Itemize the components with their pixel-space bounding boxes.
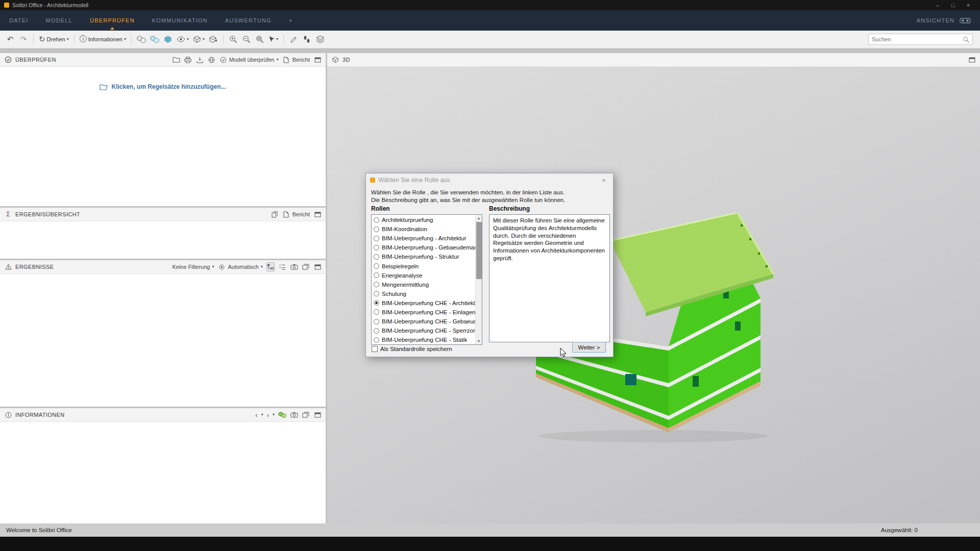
zoom-window-icon[interactable]: [254, 33, 266, 46]
scrollbar[interactable]: ▲ ▼: [475, 215, 482, 344]
print-icon[interactable]: [184, 55, 192, 64]
maximize-panel-icon[interactable]: [968, 55, 976, 64]
export-icon[interactable]: [195, 55, 204, 64]
info-mode-dropdown[interactable]: ⓘ Informationen ▾: [78, 33, 128, 46]
gallery-icon[interactable]: [302, 410, 310, 419]
menu-auswertung[interactable]: AUSWERTUNG: [225, 10, 272, 31]
role-option[interactable]: BIM-Ueberpruefung CHE - Statik: [372, 335, 475, 344]
search-input[interactable]: [872, 36, 961, 42]
views-goggles-icon[interactable]: [960, 17, 971, 24]
close-button[interactable]: ×: [961, 0, 976, 10]
chevron-down-icon: ▾: [187, 37, 189, 41]
maximize-panel-icon[interactable]: [313, 262, 322, 271]
bericht-button[interactable]: Bericht: [282, 210, 310, 219]
minimize-button[interactable]: –: [930, 0, 945, 10]
redo-button[interactable]: ↷: [17, 33, 30, 46]
scroll-down-icon[interactable]: ▼: [476, 338, 482, 344]
auto-mode-dropdown[interactable]: Automatisch ▾: [217, 262, 263, 271]
filter-dropdown[interactable]: Keine Filterung ▾: [172, 264, 214, 270]
zoom-out-icon[interactable]: [240, 33, 253, 46]
role-option[interactable]: BIM-Ueberpruefung - Gebaeudemanagement: [372, 243, 475, 252]
rotate-mode-dropdown[interactable]: ↻ Drehen ▾: [37, 33, 70, 46]
markup-pen-icon[interactable]: [287, 33, 300, 46]
chevron-down-icon[interactable]: ▾: [261, 413, 263, 417]
next-button[interactable]: ›: [267, 412, 269, 418]
role-option[interactable]: BIM-Ueberpruefung - Architektur: [372, 234, 475, 243]
camera-icon[interactable]: [290, 262, 298, 271]
components-highlight-icon[interactable]: [149, 33, 161, 46]
role-option[interactable]: Schulung: [372, 289, 475, 298]
role-option[interactable]: BIM-Ueberpruefung CHE - Gebaeudetechnik: [372, 317, 475, 326]
role-option[interactable]: Architekturpruefung: [372, 215, 475, 224]
gallery-icon[interactable]: [302, 262, 310, 271]
menu-add-tab[interactable]: +: [289, 10, 293, 31]
copy-report-icon[interactable]: [271, 210, 279, 219]
open-folder-icon[interactable]: [172, 55, 180, 64]
result-summary-area: [0, 221, 326, 259]
selection-box-icon[interactable]: [162, 33, 174, 46]
menu-kommunikation[interactable]: KOMMUNIKATION: [152, 10, 208, 31]
dialog-close-button[interactable]: ×: [599, 177, 609, 184]
maximize-panel-icon[interactable]: [313, 410, 322, 419]
menu-modell[interactable]: MODELL: [46, 10, 72, 31]
results-area: [0, 274, 326, 407]
weiter-button[interactable]: Weiter >: [572, 342, 606, 353]
model-check-dropdown[interactable]: Modell überprüfen ▾: [219, 55, 279, 64]
menu-datei[interactable]: DATEI: [9, 10, 29, 31]
scroll-thumb[interactable]: [476, 222, 482, 279]
undo-button[interactable]: ↶: [4, 33, 16, 46]
layers-icon[interactable]: [314, 33, 326, 46]
highlight-components-icon[interactable]: [278, 410, 286, 419]
default-role-checkbox-row[interactable]: Als Standardrolle speichern: [372, 346, 452, 352]
panel-title: ERGEBNISSE: [15, 264, 54, 270]
role-option[interactable]: Mengenermittlung: [372, 280, 475, 289]
maximize-panel-icon[interactable]: [313, 210, 322, 219]
footprints-icon[interactable]: [301, 33, 313, 46]
role-option[interactable]: BIM-Koordination: [372, 224, 475, 234]
zoom-in-icon[interactable]: [227, 33, 239, 46]
main-toolbar: ↶ ↷ ↻ Drehen ▾ ⓘ Informationen ▾ ▾: [0, 31, 980, 48]
prev-button[interactable]: ‹: [255, 412, 257, 418]
radio-icon: [374, 309, 379, 315]
panel-ergebnisuebersicht: Σ ERGEBNISÜBERSICHT Bericht: [0, 208, 326, 259]
search-box: [868, 34, 973, 45]
scroll-up-icon[interactable]: ▲: [476, 215, 482, 221]
sigma-icon: Σ: [4, 210, 12, 219]
maximize-panel-icon[interactable]: [313, 55, 322, 64]
view-cube-dropdown[interactable]: ▾: [191, 33, 206, 46]
globe-icon[interactable]: [207, 55, 215, 64]
chevron-down-icon: ▾: [261, 265, 263, 269]
tree-view-icon[interactable]: [266, 262, 275, 271]
ansichten-label[interactable]: ANSICHTEN: [917, 17, 954, 23]
role-label: BIM-Ueberpruefung - Architektur: [382, 235, 467, 241]
role-option[interactable]: BIM-Ueberpruefung CHE - Architektur: [372, 298, 475, 308]
role-option[interactable]: BIM-Ueberpruefung - Struktur: [372, 252, 475, 261]
checkbox-icon[interactable]: [372, 346, 378, 352]
role-label: BIM-Ueberpruefung - Struktur: [382, 254, 459, 260]
components-icon[interactable]: [135, 33, 148, 46]
checklist-icon[interactable]: [278, 262, 286, 271]
dialog-titlebar[interactable]: Wählen Sie eine Rolle aus ×: [366, 173, 613, 187]
role-option[interactable]: BIM-Ueberpruefung CHE - Sperrzonen: [372, 326, 475, 335]
radio-icon: [374, 254, 379, 260]
bericht-button[interactable]: Bericht: [282, 55, 310, 64]
add-rulesets-link[interactable]: Klicken, um Regelsätze hinzuzufügen...: [0, 83, 326, 90]
role-option[interactable]: Energieanalyse: [372, 271, 475, 280]
role-label: Schulung: [382, 291, 406, 297]
solibri-logo-icon: [370, 178, 375, 183]
menu-ueberpruefen[interactable]: ÜBERPRÜFEN: [90, 10, 135, 31]
solibri-app-window: Solibri Office - Architekturmodell – □ ×…: [0, 0, 980, 551]
radio-icon: [374, 328, 379, 334]
role-description: Mit dieser Rolle führen Sie eine allgeme…: [489, 214, 610, 342]
status-message: Welcome to Solibri Office: [6, 527, 72, 533]
select-tool-dropdown[interactable]: ▾: [267, 33, 280, 46]
maximize-button[interactable]: □: [945, 0, 961, 10]
chevron-down-icon[interactable]: ▾: [273, 413, 275, 417]
role-option[interactable]: Beispielregeln: [372, 261, 475, 270]
visibility-dropdown[interactable]: ▾: [175, 33, 190, 46]
camera-icon[interactable]: [290, 410, 298, 419]
section-cube-icon[interactable]: [207, 33, 219, 46]
radio-icon: [374, 319, 379, 324]
role-option[interactable]: BIM-Ueberpruefung CHE - Einlagen und Aus…: [372, 308, 475, 317]
search-icon[interactable]: [963, 36, 969, 43]
